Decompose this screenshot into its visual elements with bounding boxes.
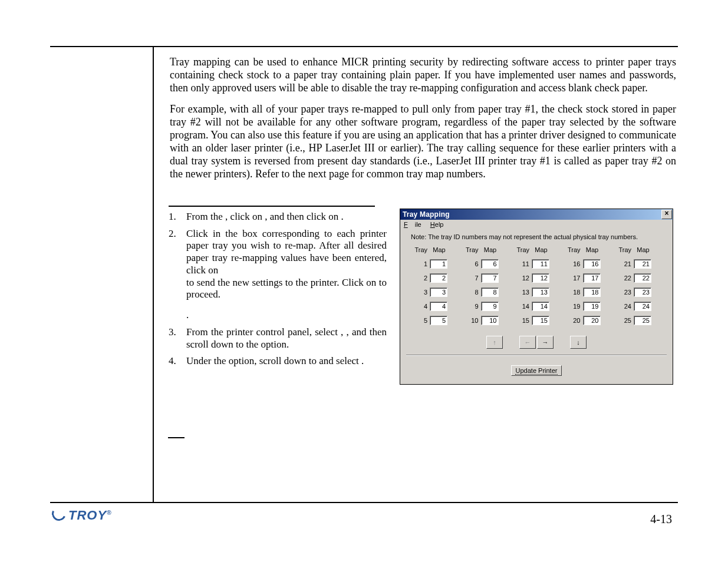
tray-number-label: 5 [411,317,430,324]
tray-row: 1616 [564,257,611,271]
arrow-up-button[interactable]: ↑ [486,336,503,349]
map-input[interactable]: 25 [634,316,651,325]
tray-number-label: 11 [513,260,532,267]
map-input[interactable]: 14 [532,302,549,311]
tray-row: 1313 [513,285,560,299]
map-input[interactable]: 13 [532,287,549,297]
tray-row: 88 [462,285,509,299]
tray-row: 1414 [513,299,560,313]
tray-number-label: 16 [564,260,583,267]
step-4: Under the option, scroll down to and sel… [186,355,387,368]
dialog-titlebar[interactable]: Tray Mapping × [400,209,673,220]
map-input[interactable]: 17 [583,273,601,283]
col-hdr-tray: Tray [513,246,532,253]
arrow-left-button[interactable]: ← [519,336,536,349]
map-input[interactable]: 5 [430,316,447,325]
tray-row: 1212 [513,271,560,285]
tray-row: 2222 [615,271,662,285]
tray-row: 1515 [513,313,560,328]
tray-number-label: 21 [615,260,634,267]
tray-row: 33 [411,285,458,299]
tray-row: 1919 [564,299,611,313]
tray-row: 66 [462,257,509,271]
tray-number-label: 20 [564,317,583,324]
col-hdr-map: Map [430,246,449,253]
step-2: Click in the box corresponding to each p… [186,228,387,322]
steps-end-rule [168,437,185,438]
col-hdr-tray: Tray [462,246,481,253]
page-number: 4-13 [650,513,672,526]
close-icon[interactable]: × [661,210,672,219]
tray-row: 1010 [462,313,509,328]
map-input[interactable]: 15 [532,316,549,325]
map-input[interactable]: 1 [430,259,447,269]
step-3: From the printer control panel, select ,… [186,326,387,351]
map-input[interactable]: 4 [430,302,447,311]
step-1: From the , click on , and then click on … [186,211,387,223]
map-input[interactable]: 20 [583,316,601,325]
tray-row: 55 [411,313,458,328]
steps-list: 1.From the , click on , and then click o… [169,211,387,372]
map-input[interactable]: 16 [583,259,601,269]
map-input[interactable]: 2 [430,273,447,283]
tray-row: 1111 [513,257,560,271]
tray-number-label: 22 [615,275,634,282]
body-p2: For example, with all of your paper tray… [170,103,676,181]
tray-number-label: 14 [513,303,532,310]
page-vertical-rule [153,46,154,502]
tray-number-label: 12 [513,275,532,282]
tray-number-label: 6 [462,260,481,267]
map-input[interactable]: 11 [532,259,549,269]
map-input[interactable]: 21 [634,259,651,269]
map-input[interactable]: 23 [634,287,651,297]
tray-row: 1818 [564,285,611,299]
page-top-rule [50,46,678,47]
arrow-right-button[interactable]: → [537,336,554,349]
tray-row: 1717 [564,271,611,285]
tray-number-label: 15 [513,317,532,324]
col-hdr-tray: Tray [411,246,430,253]
map-input[interactable]: 24 [634,302,651,311]
col-hdr-map: Map [634,246,653,253]
map-input[interactable]: 12 [532,273,549,283]
dialog-note: Note: The tray ID numbers may not repres… [400,230,673,244]
page-bottom-rule [50,502,678,503]
map-input[interactable]: 19 [583,302,601,311]
col-hdr-tray: Tray [615,246,634,253]
col-hdr-tray: Tray [564,246,583,253]
map-input[interactable]: 10 [481,316,499,325]
tray-row: 2020 [564,313,611,328]
dialog-title-text: Tray Mapping [403,210,450,219]
body-p1: Tray mapping can be used to enhance MICR… [170,56,676,95]
col-hdr-map: Map [583,246,602,253]
menu-file[interactable]: File [404,221,421,228]
tray-row: 2424 [615,299,662,313]
tray-number-label: 3 [411,289,430,296]
tray-number-label: 10 [462,317,481,324]
update-printer-button[interactable]: Update Printer [511,365,562,376]
tray-row: 22 [411,271,458,285]
arrow-down-button[interactable]: ↓ [570,336,587,349]
map-input[interactable]: 7 [481,273,499,283]
map-input[interactable]: 18 [583,287,601,297]
tray-number-label: 19 [564,303,583,310]
menu-help[interactable]: Help [430,221,444,228]
tray-number-label: 23 [615,289,634,296]
tray-number-label: 9 [462,303,481,310]
tray-row: 11 [411,257,458,271]
tray-row: 2525 [615,313,662,328]
map-input[interactable]: 8 [481,287,499,297]
map-input[interactable]: 22 [634,273,651,283]
map-input[interactable]: 9 [481,302,499,311]
tray-number-label: 4 [411,303,430,310]
tray-number-label: 8 [462,289,481,296]
steps-top-rule [169,206,375,207]
tray-number-label: 25 [615,317,634,324]
tray-row: 77 [462,271,509,285]
map-input[interactable]: 3 [430,287,447,297]
tray-number-label: 18 [564,289,583,296]
tray-row: 99 [462,299,509,313]
tray-row: 2323 [615,285,662,299]
map-input[interactable]: 6 [481,259,499,269]
tray-row: 2121 [615,257,662,271]
